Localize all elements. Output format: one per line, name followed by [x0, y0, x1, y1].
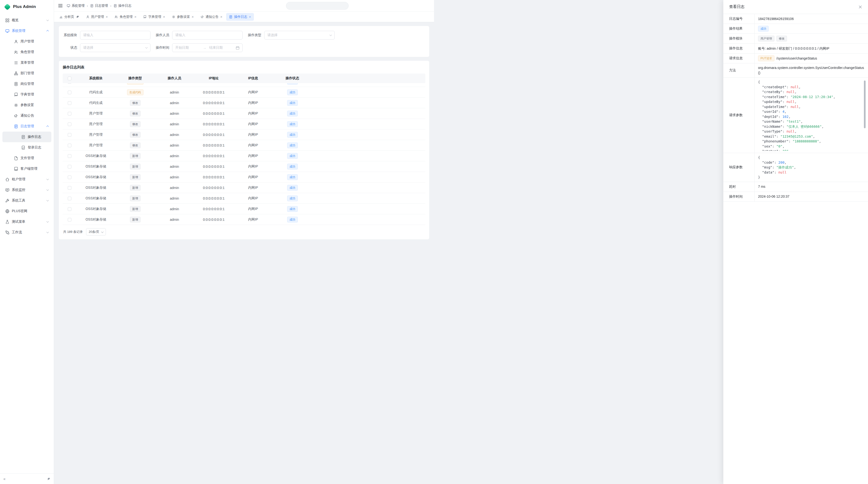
breadcrumb-item-0[interactable]: 系统管理 — [67, 4, 85, 8]
close-tab-icon[interactable]: × — [192, 15, 194, 19]
sidebar-item-label: 系统管理 — [12, 29, 44, 33]
row-checkbox[interactable] — [68, 154, 71, 158]
sidebar-item-5[interactable]: 部门管理 — [2, 68, 51, 78]
row-checkbox[interactable] — [68, 123, 71, 126]
row-checkbox[interactable] — [68, 91, 71, 94]
filter-input[interactable]: 请输入 — [172, 31, 243, 39]
row-checkbox[interactable] — [68, 186, 71, 190]
cell-module: OSS对象存储 — [76, 186, 116, 190]
filter-field-2-1: 操作时间开始日期→结束日期 — [155, 43, 243, 52]
sidebar-item-17[interactable]: 系统工具 — [2, 195, 51, 206]
close-tab-icon[interactable]: × — [249, 15, 251, 19]
sidebar-item-3[interactable]: 角色管理 — [2, 47, 51, 57]
table-footer: 共 189 条记录 20条/页 — [63, 225, 425, 238]
sidebar-item-8[interactable]: 参数设置 — [2, 100, 51, 110]
sidebar-item-9[interactable]: 通知公告 — [2, 110, 51, 121]
breadcrumb-item-1[interactable]: 日志管理 — [90, 4, 108, 8]
filter-label: 操作时间 — [155, 45, 172, 50]
cell-ip-info: 内网IP — [234, 154, 273, 158]
tab-5[interactable]: 通知公告× — [198, 13, 225, 21]
close-tab-icon[interactable]: × — [163, 15, 165, 19]
status-tag: 成功 — [287, 110, 298, 117]
megaphone-icon — [14, 114, 18, 118]
sidebar-item-4[interactable]: 菜单管理 — [2, 57, 51, 68]
monitor-icon — [5, 29, 9, 33]
close-tab-icon[interactable]: × — [220, 15, 222, 19]
row-checkbox[interactable] — [68, 207, 71, 211]
sidebar-item-label: 通知公告 — [21, 114, 49, 118]
tab-4[interactable]: 参数设置× — [169, 13, 197, 21]
sidebar-item-label: 部门管理 — [21, 71, 49, 75]
close-tab-icon[interactable]: × — [134, 15, 136, 19]
topbar: 系统管理›日志管理›操作日志 — [54, 0, 434, 11]
row-checkbox[interactable] — [68, 112, 71, 116]
app-logo[interactable]: Plus Admin — [0, 0, 54, 13]
sidebar-item-20[interactable]: 工作流 — [2, 227, 51, 238]
sidebar-item-19[interactable]: 测试菜单 — [2, 217, 51, 227]
row-checkbox[interactable] — [68, 101, 71, 105]
table-row-12: OSS对象存储新增admin0:0:0:0:0:0:0:1内网IP成功 — [63, 204, 425, 214]
action-tag: 修改 — [130, 110, 141, 117]
status-tag: 成功 — [287, 217, 298, 223]
sidebar-item-14[interactable]: 客户端管理 — [2, 163, 51, 174]
global-search-input[interactable] — [286, 2, 349, 10]
row-checkbox[interactable] — [68, 144, 71, 147]
cell-operator: admin — [155, 207, 194, 211]
sidebar-item-0[interactable]: 概览 — [2, 15, 51, 26]
badge-icon — [14, 82, 18, 86]
tree-icon — [14, 71, 18, 75]
filter-input[interactable]: 请输入 — [80, 31, 151, 39]
cell-ip-info: 内网IP — [234, 196, 273, 200]
tab-3[interactable]: 字典管理× — [140, 13, 168, 21]
cell-status: 成功 — [273, 164, 312, 169]
tab-2[interactable]: 角色管理× — [112, 13, 140, 21]
filter-select[interactable]: 请选择 — [80, 43, 151, 52]
sidebar-item-12[interactable]: 登录日志 — [2, 142, 51, 153]
filter-select[interactable]: 请选择 — [264, 31, 335, 39]
tab-1[interactable]: 用户管理× — [83, 13, 111, 21]
sidebar-item-11[interactable]: 操作日志 — [2, 132, 51, 142]
breadcrumb-item-2[interactable]: 操作日志 — [114, 4, 131, 8]
row-checkbox[interactable] — [68, 83, 71, 84]
hamburger-menu-icon[interactable] — [58, 4, 62, 7]
date-range-input[interactable]: 开始日期→结束日期 — [172, 43, 243, 52]
cell-module: 代码生成 — [76, 83, 116, 84]
cell-action: 新增 — [116, 217, 155, 223]
chevron-down-icon — [46, 19, 49, 21]
status-tag: 成功 — [287, 132, 298, 138]
globe-icon — [5, 209, 9, 213]
row-checkbox[interactable] — [68, 133, 71, 137]
sidebar-menu: 概览系统管理用户管理角色管理菜单管理部门管理岗位管理字典管理参数设置通知公告日志… — [0, 13, 54, 242]
action-tag: 修改 — [130, 142, 141, 148]
status-tag: 成功 — [287, 142, 298, 148]
sidebar-item-10[interactable]: 日志管理 — [2, 121, 51, 132]
close-tab-icon[interactable]: × — [106, 15, 108, 19]
cell-ip: 0:0:0:0:0:0:0:1 — [194, 133, 234, 137]
filter-label: 操作人员 — [155, 33, 172, 37]
row-checkbox[interactable] — [68, 165, 71, 168]
tab-6[interactable]: 操作日志× — [226, 13, 254, 21]
action-tag: 生成代码 — [127, 90, 144, 95]
sidebar-item-6[interactable]: 岗位管理 — [2, 78, 51, 89]
sidebar-item-1[interactable]: 系统管理 — [2, 26, 51, 36]
cell-operator: admin — [155, 186, 194, 190]
sidebar-item-label: 概览 — [12, 18, 44, 23]
users-icon — [14, 50, 18, 54]
sidebar-item-7[interactable]: 字典管理 — [2, 89, 51, 100]
sidebar-item-16[interactable]: 系统监控 — [2, 185, 51, 195]
column-header: 操作类型 — [116, 76, 155, 80]
sidebar-item-15[interactable]: 租户管理 — [2, 174, 51, 185]
tab-0[interactable]: 分析页 — [56, 13, 82, 21]
page-size-select[interactable]: 20条/页 — [86, 228, 106, 235]
select-all-checkbox[interactable] — [68, 77, 71, 80]
filter-field-1-0: 系统模块请输入 — [63, 31, 151, 39]
row-checkbox[interactable] — [68, 175, 71, 179]
row-checkbox[interactable] — [68, 197, 71, 200]
sidebar-item-18[interactable]: PLUS官网 — [2, 206, 51, 217]
column-header: IP地址 — [194, 76, 234, 80]
table-row-1: 代码生成生成代码admin0:0:0:0:0:0:0:1内网IP成功 — [63, 87, 425, 98]
sidebar-item-2[interactable]: 用户管理 — [2, 36, 51, 47]
sidebar-item-13[interactable]: 文件管理 — [2, 153, 51, 163]
cell-status: 成功 — [273, 185, 312, 191]
row-checkbox[interactable] — [68, 218, 71, 222]
